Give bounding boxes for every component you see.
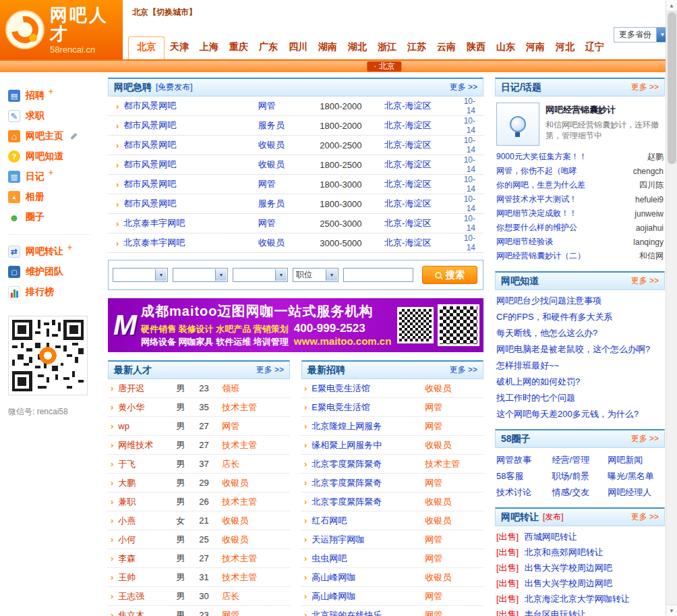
diary-entry-link[interactable]: 你想要什么样的维护公 xyxy=(496,222,632,233)
talent-name-link[interactable]: 大鹏 xyxy=(118,477,176,489)
talent-position-link[interactable]: 店长 xyxy=(222,458,290,470)
latest-job-position-link[interactable]: 网管 xyxy=(425,477,483,489)
quanzi-link[interactable]: 情感/交友 xyxy=(552,484,608,501)
talent-name-link[interactable]: 王帅 xyxy=(118,571,176,584)
vertical-scrollbar[interactable]: ▲ ▼ xyxy=(666,0,677,616)
latest-job-cafe-link[interactable]: 高山峰网咖 xyxy=(312,590,425,603)
diary-entry-link[interactable]: 9000元大奖征集方案！！ xyxy=(496,151,643,163)
talent-position-link[interactable]: 店长 xyxy=(222,590,290,603)
transfer-more-link[interactable]: 更多 >> xyxy=(631,511,659,523)
chevron-down-icon[interactable]: ▼ xyxy=(215,269,227,281)
zhidao-question-link[interactable]: 破机上网的如何处罚? xyxy=(496,374,664,390)
job-cafe-link[interactable]: 都市风景网吧 xyxy=(123,139,258,151)
zhidao-question-link[interactable]: 网吧吧台少找问题注意事项 xyxy=(496,293,664,309)
job-cafe-link[interactable]: 都市风景网吧 xyxy=(123,198,258,210)
transfer-link[interactable]: 出售大兴学校周边网吧 xyxy=(525,578,612,588)
search-select-2[interactable]: ▼ xyxy=(173,268,228,282)
latest-job-cafe-link[interactable]: 高山峰网咖 xyxy=(312,571,425,584)
latest-job-cafe-link[interactable]: 虫虫网吧 xyxy=(312,553,425,565)
city-tab[interactable]: 湖北 xyxy=(343,37,372,59)
latest-job-position-link[interactable]: 网管 xyxy=(425,534,483,546)
diary-entry-link[interactable]: 网吧细节经验谈 xyxy=(496,236,629,248)
latest-job-cafe-link[interactable]: 天运翔宇网咖 xyxy=(312,534,425,546)
talent-name-link[interactable]: 小何 xyxy=(118,534,176,546)
job-position-link[interactable]: 网管 xyxy=(258,100,320,112)
latest-job-cafe-link[interactable]: E聚电竞生活馆 xyxy=(312,383,425,395)
search-select-3[interactable]: ▼ xyxy=(233,268,288,282)
latest-job-cafe-link[interactable]: 北京零度聚阵聚奇 xyxy=(312,496,425,508)
city-tab[interactable]: 河南 xyxy=(521,37,550,59)
talent-name-link[interactable]: 王志强 xyxy=(118,590,176,603)
zhidao-question-link[interactable]: 这个网吧每天差200多元钱，为什么? xyxy=(496,406,664,422)
talent-name-link[interactable]: wp xyxy=(118,421,176,431)
latest-job-position-link[interactable]: 网管 xyxy=(425,401,483,414)
diary-entry-link[interactable]: 你的网吧，生意为什么差 xyxy=(496,179,635,191)
sidebar-item-zhidao[interactable]: ? 网吧知道 xyxy=(8,146,98,167)
search-select-position[interactable]: 职位 ▼ xyxy=(293,268,338,282)
talent-position-link[interactable]: 技术主管 xyxy=(222,439,290,451)
latest-job-cafe-link[interactable]: 北京零度聚阵聚奇 xyxy=(312,477,425,489)
latest-job-position-link[interactable]: 技术主管 xyxy=(425,458,483,470)
sidebar-item-album[interactable]: ▲ 相册 xyxy=(8,187,98,207)
job-location-link[interactable]: 北京-海淀区 xyxy=(384,139,464,151)
quanzi-more-link[interactable]: 更多 >> xyxy=(631,433,659,445)
scroll-down-arrow-icon[interactable]: ▼ xyxy=(666,605,677,616)
latest-job-cafe-link[interactable]: 北京隆煌上网服务 xyxy=(312,420,425,432)
city-tab[interactable]: 重庆 xyxy=(224,37,254,59)
talent-position-link[interactable]: 技术主管 xyxy=(222,553,290,565)
job-location-link[interactable]: 北京-海淀区 xyxy=(384,159,464,171)
job-position-link[interactable]: 网管 xyxy=(258,217,320,229)
job-cafe-link[interactable]: 北京泰丰宇网吧 xyxy=(123,237,258,249)
talent-position-link[interactable]: 网管 xyxy=(222,609,290,616)
talent-name-link[interactable]: 于飞 xyxy=(118,458,176,470)
latest-job-cafe-link[interactable]: 红石网吧 xyxy=(312,515,425,527)
quanzi-link[interactable]: 58客服 xyxy=(496,468,552,484)
talent-position-link[interactable]: 收银员 xyxy=(222,534,290,546)
latest-job-position-link[interactable]: 收银员 xyxy=(425,496,483,508)
job-cafe-link[interactable]: 都市风景网吧 xyxy=(123,178,258,190)
job-cafe-link[interactable]: 北京泰丰宇网吧 xyxy=(123,217,258,229)
latest-job-position-link[interactable]: 收银员 xyxy=(425,439,483,451)
job-cafe-link[interactable]: 都市风景网吧 xyxy=(123,119,258,132)
talent-name-link[interactable]: 唐开迟 xyxy=(118,383,176,395)
city-tab[interactable]: 浙江 xyxy=(372,37,402,59)
sidebar-item-diary[interactable]: ▥ 日记 + xyxy=(8,167,98,187)
quanzi-link[interactable]: 技术讨论 xyxy=(496,484,552,501)
current-city-badge[interactable]: · 北京 xyxy=(367,61,401,72)
transfer-link[interactable]: 出售大兴学校周边网吧 xyxy=(525,563,612,573)
latest-job-cafe-link[interactable]: E聚电竞生活馆 xyxy=(312,401,425,414)
job-position-link[interactable]: 网管 xyxy=(258,178,320,190)
city-tab[interactable]: 四川 xyxy=(283,37,313,59)
talent-position-link[interactable]: 收银员 xyxy=(222,515,290,527)
zhidao-question-link[interactable]: 怎样排班最好~~ xyxy=(496,358,664,374)
quanzi-link[interactable]: 曝光/黑名单 xyxy=(608,468,664,484)
transfer-post-link[interactable]: [发布] xyxy=(543,511,564,523)
quanzi-link[interactable]: 网吧新闻 xyxy=(608,452,664,468)
job-cafe-link[interactable]: 都市风景网吧 xyxy=(123,100,258,112)
sidebar-item-cafe-home[interactable]: ⌂ 网吧主页 xyxy=(8,126,98,146)
talent-name-link[interactable]: 小燕 xyxy=(118,515,176,527)
talent-position-link[interactable]: 技术主管 xyxy=(222,401,290,414)
job-location-link[interactable]: 北京-海淀区 xyxy=(384,237,464,249)
diary-featured[interactable]: 网吧经营锦囊妙计 和信网吧经营锦囊妙计，连环撤第，管理细节中 xyxy=(495,96,665,150)
more-provinces-select[interactable]: 更多省份 ▼ xyxy=(614,27,669,43)
transfer-link[interactable]: 北京和燕郊网吧转让 xyxy=(525,547,604,557)
diary-more-link[interactable]: 更多 >> xyxy=(631,82,659,93)
job-location-link[interactable]: 北京-海淀区 xyxy=(384,100,464,112)
latest-talent-more-link[interactable]: 更多 >> xyxy=(256,364,284,376)
job-location-link[interactable]: 北京-海淀区 xyxy=(384,217,464,229)
talent-position-link[interactable]: 网管 xyxy=(222,420,290,432)
talent-name-link[interactable]: 黄小华 xyxy=(118,401,176,414)
latest-job-cafe-link[interactable]: 北京瑞的在线快乐 xyxy=(312,609,425,616)
latest-job-position-link[interactable]: 网管 xyxy=(425,609,483,616)
zhidao-question-link[interactable]: 网吧电脑老是被老鼠咬，这个怎么办啊? xyxy=(496,341,664,358)
talent-position-link[interactable]: 收银员 xyxy=(222,477,290,489)
city-tab[interactable]: 河北 xyxy=(550,37,580,59)
talent-position-link[interactable]: 技术主管 xyxy=(222,571,290,584)
quanzi-link[interactable]: 经营/管理 xyxy=(552,452,608,468)
sidebar-item-maintenance[interactable]: ▢ 维护团队 xyxy=(8,262,98,282)
quanzi-link[interactable]: 网管故事 xyxy=(496,452,552,468)
latest-job-position-link[interactable]: 收银员 xyxy=(425,571,483,584)
talent-position-link[interactable]: 领班 xyxy=(222,383,290,395)
latest-job-cafe-link[interactable]: 北京零度聚阵聚奇 xyxy=(312,458,425,470)
